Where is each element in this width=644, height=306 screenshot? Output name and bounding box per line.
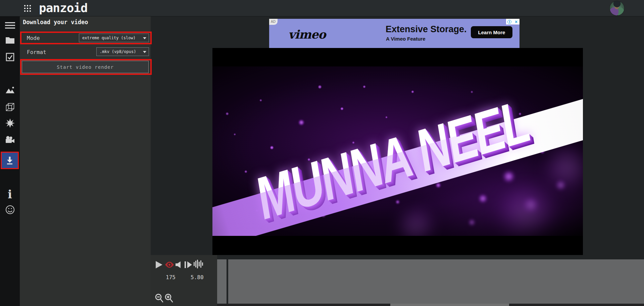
chevron-down-icon: [143, 37, 146, 39]
preview-scene: MUNNA NEEL: [212, 66, 583, 236]
sidebar-item-background[interactable]: [0, 84, 20, 96]
play-button[interactable]: [155, 260, 163, 270]
info-icon: i: [8, 189, 12, 200]
time-counter: 5.80: [191, 274, 204, 280]
checkbox-icon: [6, 53, 14, 61]
timeline-scrollbar-thumb[interactable]: [390, 304, 509, 306]
ad-learn-more-button[interactable]: Learn More: [471, 26, 512, 38]
folder-icon: [5, 36, 15, 44]
zoom-in-icon: [164, 293, 174, 303]
smiley-icon: [5, 205, 15, 214]
hamburger-menu-icon: [5, 22, 15, 29]
sidebar-item-download-active[interactable]: [1, 152, 19, 169]
mode-select[interactable]: extreme quality (slow): [79, 34, 149, 42]
adchoices-info-icon: i: [507, 20, 511, 24]
frame-counter: 175: [166, 274, 176, 280]
timeline-panel[interactable]: [228, 259, 644, 304]
app-root: panzoid ♫ i: [0, 0, 644, 306]
ad-banner[interactable]: AD vimeo Extensive Storage. A Vimeo Feat…: [269, 19, 519, 48]
speaker-icon: [175, 261, 181, 269]
close-icon: ×: [515, 19, 517, 24]
chevron-down-icon: [143, 51, 146, 53]
sidebar-item-effects[interactable]: [0, 117, 20, 129]
timeline-zoom-out-button[interactable]: [155, 293, 164, 304]
burst-icon: [5, 118, 15, 128]
start-render-button[interactable]: Start video render: [22, 61, 149, 73]
ad-choices-button[interactable]: i: [506, 19, 513, 24]
panel-title: Download your video: [23, 19, 88, 26]
sidebar-item-info[interactable]: i: [0, 188, 20, 200]
step-forward-button[interactable]: [184, 260, 192, 270]
download-icon: [5, 156, 14, 165]
record-eye-icon: [164, 260, 175, 269]
ad-headline: Extensive Storage.: [386, 24, 467, 35]
audio-spectrum-button[interactable]: [194, 260, 203, 268]
download-panel: Download your video Mode extreme quality…: [20, 16, 151, 306]
sidebar-item-camera[interactable]: [0, 134, 20, 146]
ad-close-button[interactable]: ×: [513, 19, 519, 24]
zoom-out-icon: [155, 293, 164, 303]
mute-button[interactable]: [175, 261, 181, 270]
ad-badge: AD: [269, 19, 278, 25]
top-bar: panzoid: [0, 0, 644, 16]
sidebar-item-about[interactable]: [0, 204, 20, 216]
apps-grid-icon[interactable]: [24, 5, 31, 12]
video-camera-icon: [5, 136, 15, 144]
play-icon: [155, 260, 163, 269]
format-select[interactable]: .mkv (vp8/opus): [96, 47, 149, 56]
tool-sidebar: ♫ i: [0, 16, 20, 306]
record-preview-button[interactable]: [164, 260, 175, 270]
sidebar-item-clipmaker[interactable]: [0, 51, 20, 63]
ad-subline: A Vimeo Feature: [386, 36, 426, 42]
ad-brand-logo: vimeo: [288, 28, 326, 41]
sidebar-item-objects[interactable]: [0, 101, 20, 113]
user-avatar[interactable]: [609, 1, 625, 16]
step-forward-icon: [184, 260, 192, 269]
timeline-zoom-in-button[interactable]: [164, 293, 174, 304]
sidebar-item-projects[interactable]: [0, 34, 20, 46]
image-icon: [5, 86, 15, 94]
timeline-scrollbar-track: [217, 304, 644, 306]
sidebar-item-menu[interactable]: [0, 19, 20, 32]
app-logo: panzoid: [39, 1, 88, 15]
format-label: Format: [27, 49, 46, 55]
format-select-value: .mkv (vp8/opus): [100, 49, 136, 54]
video-preview[interactable]: MUNNA NEEL: [212, 48, 583, 255]
mode-label: Mode: [27, 35, 40, 41]
timeline-scrollbar-vertical[interactable]: [217, 259, 227, 304]
transport-controls: 175 5.80: [151, 255, 217, 306]
mode-select-value: extreme quality (slow): [82, 36, 136, 40]
waveform-icon: [194, 260, 203, 268]
cube-icon: [5, 102, 15, 112]
